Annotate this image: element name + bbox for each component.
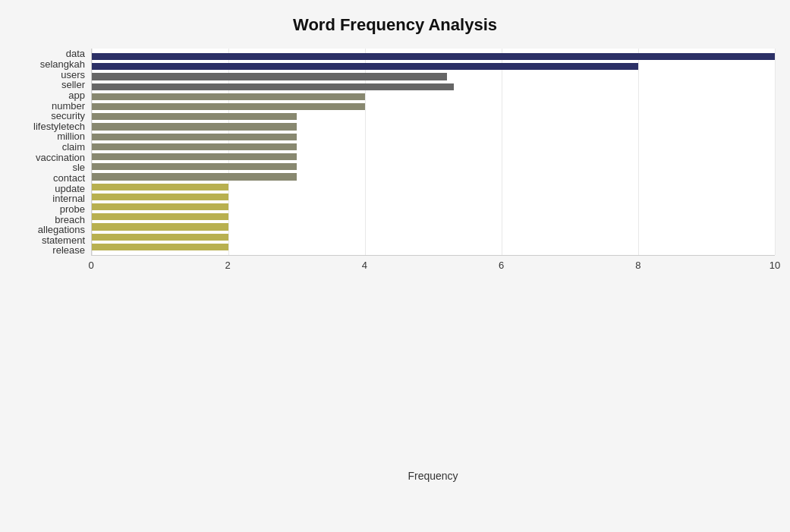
bar-row	[92, 202, 775, 212]
bar-row	[92, 172, 775, 181]
bar-row	[92, 61, 775, 71]
bar	[92, 153, 297, 160]
bar	[92, 203, 228, 210]
x-tick: 2	[225, 260, 231, 271]
y-label: seller	[61, 80, 85, 90]
x-tick: 0	[88, 260, 93, 271]
y-label: app	[68, 90, 85, 100]
bar-row	[92, 232, 775, 242]
bar-row	[92, 142, 775, 152]
chart-title: Word Frequency Analysis	[15, 15, 775, 35]
bar-row	[92, 92, 775, 102]
y-label: contact	[53, 173, 85, 183]
bar	[92, 173, 297, 180]
y-label: sle	[72, 162, 85, 172]
bar-row	[92, 102, 775, 112]
bar-row	[92, 212, 775, 222]
bar-row	[92, 182, 775, 192]
bar-row	[92, 192, 775, 202]
y-label: users	[61, 70, 85, 80]
bar-row	[92, 242, 775, 252]
bar	[92, 93, 365, 100]
y-label: million	[57, 131, 85, 141]
bar	[92, 73, 447, 80]
plot-area	[91, 49, 775, 256]
y-label: vaccination	[36, 153, 85, 162]
y-label: claim	[62, 142, 85, 152]
bar-row	[92, 132, 775, 142]
bar	[92, 134, 297, 140]
y-label: security	[51, 111, 85, 121]
x-axis-ticks: 0246810	[91, 256, 775, 467]
bar-row	[92, 112, 775, 121]
bar	[92, 63, 638, 70]
bar-row	[92, 52, 775, 61]
y-label: data	[66, 49, 85, 58]
y-label: lifestyletech	[33, 121, 85, 131]
y-axis-labels: dataselangkahuserssellerappnumbersecurit…	[15, 49, 91, 256]
bar	[92, 103, 365, 110]
x-tick: 4	[362, 260, 367, 271]
x-tick: 8	[635, 260, 640, 271]
bar	[92, 223, 228, 230]
bar-row	[92, 162, 775, 172]
bar	[92, 143, 297, 150]
bar-row	[92, 71, 775, 81]
y-label: internal	[52, 194, 85, 203]
bar	[92, 163, 297, 170]
y-label: probe	[60, 204, 85, 214]
y-label: allegations	[38, 225, 85, 235]
bar	[92, 53, 775, 60]
bar	[92, 113, 297, 120]
y-label: selangkah	[40, 59, 85, 69]
y-label: statement	[42, 235, 85, 245]
bar	[92, 213, 228, 220]
chart-container: Word Frequency Analysis dataselangkahuse…	[0, 0, 790, 532]
y-label: breach	[55, 215, 85, 225]
bar-row	[92, 152, 775, 162]
bar-row	[92, 121, 775, 131]
y-label: update	[55, 184, 85, 194]
bar	[92, 184, 228, 190]
bar	[92, 194, 228, 200]
x-tick: 6	[499, 260, 504, 271]
bar	[92, 234, 228, 241]
bars-wrapper	[92, 49, 775, 255]
x-tick: 10	[770, 260, 780, 271]
grid-line	[775, 49, 776, 255]
y-label: number	[52, 101, 85, 111]
bar	[92, 244, 228, 250]
bar	[92, 83, 454, 90]
bar	[92, 123, 297, 130]
bar-row	[92, 222, 775, 231]
x-axis-title: Frequency	[91, 470, 775, 482]
bar-row	[92, 82, 775, 92]
y-label: release	[52, 245, 85, 255]
